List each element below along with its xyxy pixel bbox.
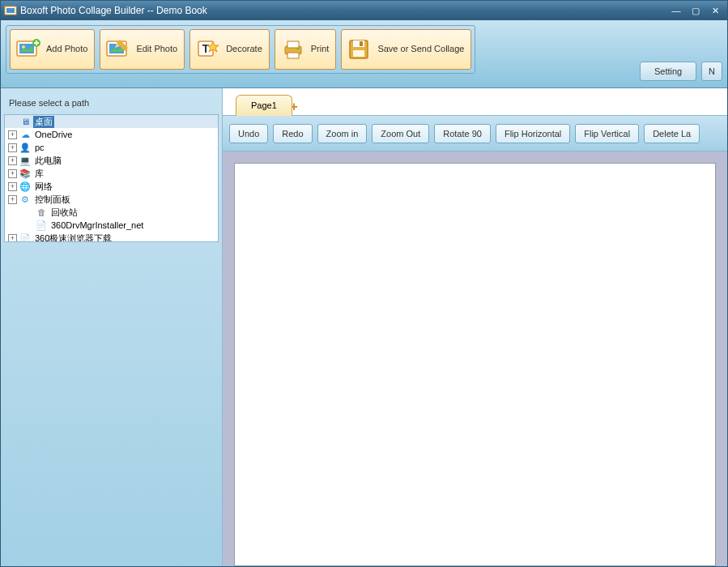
save-icon — [345, 35, 374, 64]
app-icon — [4, 4, 17, 17]
tree-expander-icon — [24, 221, 33, 230]
svg-text:T: T — [202, 42, 210, 55]
zoom-out-button[interactable]: Zoom Out — [372, 124, 429, 143]
control-icon: ⚙ — [19, 194, 32, 205]
desktop-icon: 🖥 — [19, 116, 32, 127]
tree-item-label: 360DrvMgrInstaller_net — [49, 220, 143, 230]
tree-expander-icon[interactable]: + — [8, 156, 17, 165]
tree-item-8[interactable]: 📄360DrvMgrInstaller_net — [5, 219, 218, 232]
tree-item-1[interactable]: +☁OneDrive — [5, 128, 218, 141]
tree-item-label: 回收站 — [49, 207, 78, 219]
left-panel: Please select a path 🖥桌面+☁OneDrive+👤pc+💻… — [1, 88, 223, 566]
recycle-icon: 🗑 — [35, 207, 48, 218]
decorate-label: Decorate — [226, 44, 262, 54]
delete-layer-button[interactable]: Delete La — [644, 124, 700, 143]
content-area: Please select a path 🖥桌面+☁OneDrive+👤pc+💻… — [1, 88, 727, 566]
save-send-button[interactable]: Save or Send Collage — [341, 29, 471, 70]
tree-item-0[interactable]: 🖥桌面 — [5, 115, 218, 128]
svg-rect-1 — [6, 8, 15, 13]
maximize-button[interactable]: ▢ — [687, 3, 705, 18]
tab-page1[interactable]: Page1 — [236, 95, 292, 116]
close-button[interactable]: ✕ — [706, 3, 724, 18]
tree-item-5[interactable]: +🌐网络 — [5, 180, 218, 193]
network-icon: 🌐 — [19, 181, 32, 192]
toolbar-group: Add Photo Edit Photo T Decorate Print — [6, 25, 475, 74]
action-toolbar: Undo Redo Zoom in Zoom Out Rotate 90 Fli… — [223, 116, 727, 151]
add-photo-button[interactable]: Add Photo — [10, 29, 95, 70]
tree-expander-icon — [8, 117, 17, 126]
tree-item-label: OneDrive — [33, 130, 72, 139]
print-icon — [279, 35, 308, 64]
print-label: Print — [311, 44, 330, 54]
tree-expander-icon[interactable]: + — [8, 130, 17, 139]
svg-rect-12 — [287, 53, 299, 58]
path-label: Please select a path — [4, 92, 219, 114]
titlebar: Boxoft Photo Collage Builder -- Demo Boo… — [1, 1, 727, 20]
add-photo-label: Add Photo — [46, 44, 87, 54]
tree-item-label: 360极速浏览器下载 — [33, 232, 112, 243]
library-icon: 📚 — [19, 168, 32, 179]
save-send-label: Save or Send Collage — [377, 44, 464, 54]
redo-button[interactable]: Redo — [273, 124, 312, 143]
edit-photo-icon — [104, 35, 133, 64]
flip-horizontal-button[interactable]: Flip Horizontal — [496, 124, 570, 143]
file-icon: 📄 — [35, 220, 48, 231]
tree-item-label: 网络 — [33, 181, 53, 193]
tree-expander-icon[interactable]: + — [8, 234, 17, 243]
rotate-90-button[interactable]: Rotate 90 — [434, 124, 491, 143]
window-controls: — ▢ ✕ — [667, 3, 724, 18]
tree-item-6[interactable]: +⚙控制面板 — [5, 193, 218, 206]
tree-expander-icon — [24, 208, 33, 217]
tree-item-2[interactable]: +👤pc — [5, 141, 218, 154]
tree-item-label: 控制面板 — [33, 194, 70, 206]
computer-icon: 💻 — [19, 155, 32, 166]
page-tabs: Page1 + — [223, 88, 727, 116]
flip-vertical-button[interactable]: Flip Vertical — [575, 124, 639, 143]
zoom-in-button[interactable]: Zoom in — [317, 124, 368, 143]
tree-item-3[interactable]: +💻此电脑 — [5, 154, 218, 167]
svg-rect-17 — [353, 50, 364, 57]
setting-button[interactable]: Setting — [640, 62, 696, 81]
window-title: Boxoft Photo Collage Builder -- Demo Boo… — [20, 5, 667, 16]
cloud-icon: ☁ — [19, 129, 32, 140]
svg-rect-16 — [360, 41, 363, 46]
tree-item-label: 库 — [33, 168, 44, 180]
decorate-icon: T — [194, 35, 223, 64]
undo-button[interactable]: Undo — [229, 124, 268, 143]
tree-expander-icon[interactable]: + — [8, 182, 17, 191]
file-icon: 📄 — [19, 232, 32, 242]
edit-photo-button[interactable]: Edit Photo — [100, 29, 185, 70]
tree-item-label: pc — [33, 143, 45, 152]
tree-item-9[interactable]: +📄360极速浏览器下载 — [5, 232, 218, 242]
tree-item-4[interactable]: +📚库 — [5, 167, 218, 180]
svg-rect-11 — [287, 41, 299, 48]
next-button[interactable]: N — [701, 62, 722, 81]
tree-expander-icon[interactable]: + — [8, 169, 17, 178]
tree-item-7[interactable]: 🗑回收站 — [5, 206, 218, 219]
tree-item-label: 桌面 — [33, 116, 54, 128]
right-panel: Page1 + Undo Redo Zoom in Zoom Out Rotat… — [223, 88, 727, 566]
tree-item-label: 此电脑 — [33, 155, 62, 167]
add-photo-icon — [14, 35, 43, 64]
tree-expander-icon[interactable]: + — [8, 195, 17, 204]
main-toolbar: Add Photo Edit Photo T Decorate Print — [1, 20, 727, 88]
print-button[interactable]: Print — [275, 29, 337, 70]
canvas-page[interactable] — [234, 163, 716, 566]
toolbar-right: Setting N — [640, 25, 722, 83]
tree-expander-icon[interactable]: + — [8, 143, 17, 152]
app-window: Boxoft Photo Collage Builder -- Demo Boo… — [0, 0, 728, 567]
folder-tree[interactable]: 🖥桌面+☁OneDrive+👤pc+💻此电脑+📚库+🌐网络+⚙控制面板🗑回收站📄… — [4, 114, 219, 242]
edit-photo-label: Edit Photo — [136, 44, 177, 54]
canvas-area — [223, 151, 727, 566]
decorate-button[interactable]: T Decorate — [189, 29, 270, 70]
user-icon: 👤 — [19, 142, 32, 153]
svg-point-13 — [296, 48, 299, 50]
minimize-button[interactable]: — — [667, 3, 685, 18]
